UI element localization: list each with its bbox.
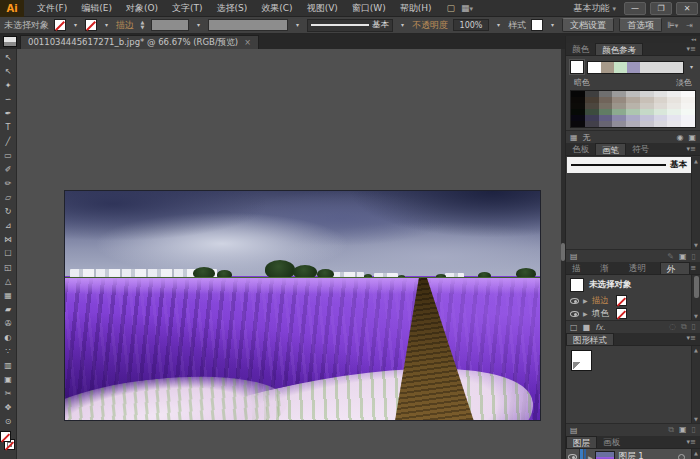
tab-layers[interactable]: 图层 [566,436,597,448]
scroll-down-icon[interactable]: ▼ [694,313,698,319]
document-list-icon[interactable] [3,36,17,47]
color-variation-swatch[interactable] [667,121,681,127]
duplicate-item-icon[interactable]: ⧉ [681,322,687,332]
line-segment-tool[interactable]: ╱ [1,134,16,148]
width-profile-dropdown-icon[interactable]: ▾ [293,19,302,31]
base-color-swatch[interactable] [570,60,584,74]
expand-arrow-icon[interactable]: ▶ [588,454,593,459]
visibility-eye-icon[interactable] [570,311,579,317]
tab-swatches[interactable]: 色板 [566,143,595,155]
lasso-tool[interactable]: ∽ [1,92,16,106]
column-graph-tool[interactable]: ▥ [1,358,16,372]
harmony-color[interactable] [614,62,627,73]
harmony-color[interactable] [588,62,601,73]
scroll-up-icon[interactable]: ▲ [694,347,698,353]
eyedropper-tool[interactable]: ✇ [1,316,16,330]
panel-menu-icon[interactable]: ▾≡ [687,334,700,344]
scroll-up-icon[interactable]: ▲ [694,158,698,164]
delete-item-icon[interactable]: ▯ [692,322,696,332]
new-fill-icon[interactable]: ■ [583,323,591,332]
preferences-button[interactable]: 首选项 [619,18,662,32]
workspace-switcher[interactable]: 基本功能 ▾ [570,1,620,16]
appearance-scrollbar[interactable]: ▼ [691,275,700,320]
tab-brushes[interactable]: 画笔 [595,143,626,155]
eraser-tool[interactable]: ▱ [1,190,16,204]
layer-visibility-cell[interactable] [566,449,580,459]
panel-menu-icon[interactable]: ▾≡ [687,45,700,55]
artboard-tool[interactable]: ▣ [1,372,16,386]
stroke-weight-dropdown-icon[interactable]: ▾ [194,19,203,31]
restore-button[interactable]: ❐ [650,2,672,15]
pencil-tool[interactable]: ✏ [1,176,16,190]
panel-menu-icon[interactable]: ≡ [690,264,700,274]
brush-libraries-icon[interactable]: ▤ [570,252,578,261]
tab-color-guide[interactable]: 颜色参考 [595,43,643,55]
menu-item[interactable]: 文字(T) [165,0,210,17]
stroke-dropdown-icon[interactable]: ▾ [102,19,111,31]
stroke-weight-label[interactable]: 描边 [116,19,134,32]
slice-tool[interactable]: ✂ [1,386,16,400]
direct-selection-tool[interactable]: ↖ [1,64,16,78]
brushes-scrollbar[interactable]: ▲▼ [691,157,700,249]
style-dropdown-icon[interactable]: ▾ [548,19,557,31]
shape-builder-tool[interactable]: ◱ [1,260,16,274]
perspective-grid-tool[interactable]: △ [1,274,16,288]
magic-wand-tool[interactable]: ✦ [1,78,16,92]
type-tool[interactable]: T [1,120,16,134]
tab-artboards[interactable]: 画板 [597,436,626,448]
color-variation-swatch[interactable] [681,121,695,127]
align-options-icon[interactable]: ⊫▾ [667,20,678,30]
rectangle-tool[interactable]: ▭ [1,148,16,162]
tab-appearance[interactable]: 外观 [660,262,690,274]
paintbrush-tool[interactable]: ✐ [1,162,16,176]
scroll-up-icon[interactable]: ▲ [694,450,698,456]
layer-row[interactable]: ▶ 图层 1 [566,449,691,459]
harmony-rules-dropdown-icon[interactable]: ▾ [687,61,696,73]
color-variation-swatch[interactable] [612,121,626,127]
visibility-eye-icon[interactable] [570,298,579,304]
stroke-weight-stepper[interactable]: ▲▼ [139,19,146,31]
width-tool[interactable]: ⋈ [1,232,16,246]
gradient-tool[interactable]: ▰ [1,302,16,316]
symbol-sprayer-tool[interactable]: ∵ [1,344,16,358]
scrollbar-thumb[interactable] [694,276,699,298]
appearance-stroke-row[interactable]: ▶ 描边 [566,294,700,307]
fill-indicator-swatch[interactable] [0,431,11,442]
visibility-eye-icon[interactable] [568,454,577,459]
layers-scrollbar[interactable]: ▲ [691,449,700,459]
color-variation-swatch[interactable] [571,121,585,127]
fill-dropdown-icon[interactable]: ▾ [71,19,80,31]
stroke-color-swatch[interactable] [85,19,97,31]
color-variation-swatch[interactable] [626,121,640,127]
limit-colors-icon[interactable]: ▦ [570,133,578,142]
expand-arrow-icon[interactable]: ▶ [583,297,588,304]
delete-style-icon[interactable]: ▯ [692,425,696,435]
opacity-label[interactable]: 不透明度 [412,19,448,32]
clear-appearance-icon[interactable]: ◌ [669,322,676,332]
hand-tool[interactable]: ✥ [1,400,16,414]
menu-item[interactable]: 编辑(E) [74,0,119,17]
color-variation-swatch[interactable] [640,121,654,127]
new-stroke-icon[interactable]: □ [570,323,578,332]
graphic-styles-scrollbar[interactable]: ▲▼ [691,346,700,423]
zoom-tool[interactable]: ⊙ [1,414,16,428]
new-style-icon[interactable]: ▣ [679,425,687,435]
panel-menu-icon[interactable]: ▾≡ [687,438,700,448]
graphic-styles-title[interactable]: 图形样式 [566,333,614,345]
tab-stroke[interactable]: 描边 [566,262,594,274]
default-graphic-style-swatch[interactable] [571,350,592,371]
color-variation-swatch[interactable] [585,121,599,127]
menu-item[interactable]: 视图(V) [300,0,345,17]
layer-target-icon[interactable] [678,454,685,459]
tab-transparency[interactable]: 透明度 [623,262,660,274]
menu-item[interactable]: 效果(C) [254,0,299,17]
free-transform-tool[interactable]: ☐ [1,246,16,260]
bridge-icon[interactable]: ▢ [447,3,456,13]
pen-tool[interactable]: ✒ [1,106,16,120]
appearance-fill-row[interactable]: ▶ 填色 [566,307,700,320]
color-variation-swatch[interactable] [654,121,668,127]
expand-arrow-icon[interactable]: ▶ [583,310,588,317]
collapse-panels-icon[interactable]: ◂◂ [566,36,700,43]
blend-tool[interactable]: ◐ [1,330,16,344]
layer-thumbnail[interactable] [595,451,615,459]
